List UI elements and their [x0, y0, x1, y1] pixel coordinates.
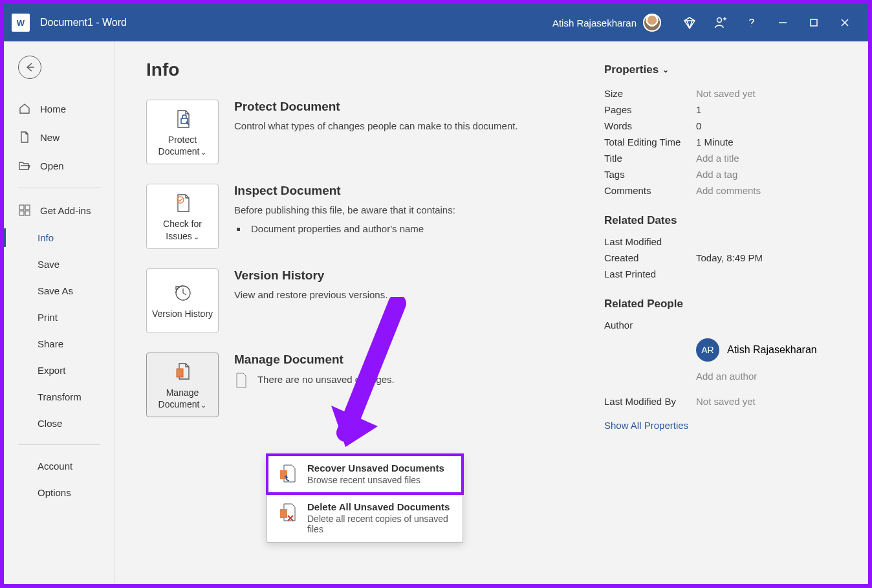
page-title: Info — [146, 60, 565, 80]
back-button[interactable] — [18, 56, 41, 79]
prop-created-label: Created — [604, 252, 696, 263]
svg-rect-2 — [19, 205, 24, 210]
prop-pages-label: Pages — [604, 104, 696, 115]
user-name: Atish Rajasekharan — [552, 17, 637, 28]
prop-lastmodby-value: Not saved yet — [696, 396, 756, 407]
minimize-button[interactable] — [767, 10, 798, 36]
prop-title-label: Title — [604, 153, 696, 164]
svg-rect-5 — [25, 211, 30, 215]
nav-saveas[interactable]: Save As — [4, 278, 114, 304]
prop-pages-value: 1 — [696, 104, 701, 115]
manage-heading: Manage Document — [234, 353, 395, 367]
prop-words-label: Words — [604, 120, 696, 131]
properties-header[interactable]: Properties ⌄ — [604, 63, 837, 76]
nav-options[interactable]: Options — [4, 479, 114, 506]
delete-sub: Delete all recent copies of unsaved file… — [307, 514, 453, 534]
nav-share[interactable]: Share — [4, 331, 114, 357]
inspect-desc: Before publishing this file, be aware th… — [234, 203, 455, 218]
protect-desc: Control what types of changes people can… — [234, 119, 518, 134]
info-content: Info Protect Document⌄ Protect Document … — [115, 41, 868, 584]
svg-rect-4 — [19, 211, 24, 215]
help-icon[interactable] — [736, 10, 767, 36]
history-heading: Version History — [234, 268, 387, 283]
recover-sub: Browse recent unsaved files — [307, 475, 444, 485]
prop-author-label: Author — [604, 320, 696, 331]
prop-title-value[interactable]: Add a title — [696, 153, 739, 164]
prop-printed-label: Last Printed — [604, 268, 696, 279]
prop-time-value: 1 Minute — [696, 136, 734, 147]
prop-comments-value[interactable]: Add comments — [696, 185, 761, 196]
nav-home[interactable]: Home — [4, 94, 114, 123]
maximize-button[interactable] — [798, 10, 829, 36]
chevron-down-icon: ⌄ — [662, 65, 669, 74]
nav-transform[interactable]: Transform — [4, 384, 114, 410]
nav-new[interactable]: New — [4, 123, 114, 151]
titlebar: W Document1 - Word Atish Rajasekharan — [4, 4, 868, 41]
version-history-button[interactable]: Version History — [146, 268, 219, 333]
author-avatar-icon: AR — [696, 338, 719, 362]
prop-modified-label: Last Modified — [604, 236, 696, 247]
related-people-header: Related People — [604, 298, 837, 310]
nav-print[interactable]: Print — [4, 304, 114, 331]
chevron-down-icon: ⌄ — [193, 233, 199, 241]
prop-size-label: Size — [604, 88, 696, 99]
nav-close[interactable]: Close — [4, 410, 114, 437]
delete-title: Delete All Unsaved Documents — [307, 501, 453, 512]
nav-account[interactable]: Account — [4, 453, 114, 479]
protect-document-button[interactable]: Protect Document⌄ — [146, 100, 219, 164]
nav-open[interactable]: Open — [4, 151, 114, 180]
user-avatar-icon — [643, 14, 661, 32]
nav-info[interactable]: Info — [4, 224, 114, 251]
svg-rect-12 — [280, 509, 287, 518]
recover-title: Recover Unsaved Documents — [307, 463, 444, 474]
author-name: Atish Rajasekharan — [727, 344, 817, 356]
history-desc: View and restore previous versions. — [234, 288, 387, 303]
prop-tags-value[interactable]: Add a tag — [696, 169, 737, 180]
premium-icon[interactable] — [674, 10, 705, 36]
word-logo-icon: W — [12, 14, 30, 32]
recover-unsaved-item[interactable]: Recover Unsaved Documents Browse recent … — [267, 455, 463, 494]
svg-rect-10 — [177, 369, 183, 377]
prop-words-value: 0 — [696, 120, 701, 131]
inspect-heading: Inspect Document — [234, 184, 455, 198]
related-dates-header: Related Dates — [604, 214, 837, 227]
document-title: Document1 - Word — [40, 17, 127, 28]
close-button[interactable] — [829, 10, 860, 36]
nav-save[interactable]: Save — [4, 251, 114, 278]
nav-addins[interactable]: Get Add-ins — [4, 196, 114, 224]
prop-time-label: Total Editing Time — [604, 136, 696, 147]
prop-tags-label: Tags — [604, 169, 696, 180]
protect-heading: Protect Document — [234, 100, 518, 114]
inspect-item: Document properties and author's name — [247, 223, 455, 234]
manage-desc: There are no unsaved changes. — [234, 372, 395, 389]
svg-rect-3 — [25, 205, 30, 210]
prop-comments-label: Comments — [604, 185, 696, 196]
manage-document-dropdown: Recover Unsaved Documents Browse recent … — [267, 454, 463, 543]
prop-lastmodby-label: Last Modified By — [604, 396, 696, 407]
chevron-down-icon: ⌄ — [201, 148, 206, 156]
user-account[interactable]: Atish Rajasekharan — [552, 14, 661, 32]
nav-export[interactable]: Export — [4, 357, 114, 384]
share-person-icon[interactable] — [705, 10, 736, 36]
check-issues-button[interactable]: Check for Issues⌄ — [146, 184, 219, 248]
add-author[interactable]: Add an author — [696, 371, 757, 382]
delete-unsaved-item[interactable]: Delete All Unsaved Documents Delete all … — [267, 494, 463, 542]
backstage-sidebar: Home New Open Get Add-ins Info Save Save… — [4, 41, 115, 584]
svg-rect-1 — [811, 19, 817, 26]
show-all-properties-link[interactable]: Show All Properties — [604, 420, 688, 431]
chevron-down-icon: ⌄ — [201, 401, 206, 409]
prop-size-value: Not saved yet — [696, 88, 756, 99]
svg-point-0 — [717, 18, 722, 23]
prop-created-value: Today, 8:49 PM — [696, 252, 763, 263]
manage-document-button[interactable]: Manage Document⌄ — [146, 353, 219, 417]
